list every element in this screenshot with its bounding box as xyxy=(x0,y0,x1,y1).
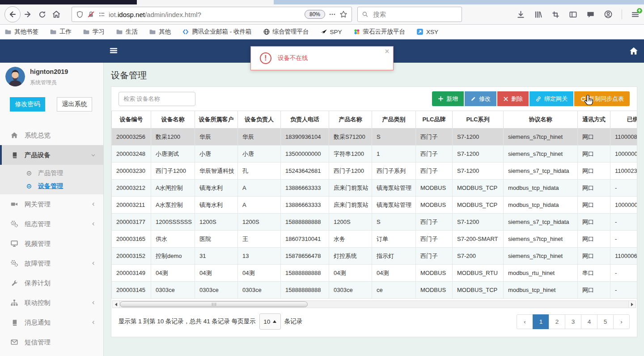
column-header[interactable]: 负责人电话 xyxy=(281,111,329,129)
sidebar-item-message-notification[interactable]: 消息通知 xyxy=(0,313,103,332)
next-page-button[interactable]: › xyxy=(613,314,630,329)
column-header[interactable]: 产品类别 xyxy=(372,111,416,129)
add-button[interactable]: 新增 xyxy=(432,91,464,106)
sidebar-item-fault-management[interactable]: 故障管理 xyxy=(0,253,103,273)
sidebar-collapse-button[interactable] xyxy=(109,46,118,55)
bookmark-folder-life[interactable]: 生活 xyxy=(116,28,138,36)
table-row[interactable]: 200003211A水泵控制镇海水利A13886663333庶来门前泵站镇海泵站… xyxy=(112,197,637,214)
bookmark-spy[interactable]: SPY xyxy=(320,28,342,35)
sidebar-item-linkage-control[interactable]: 联动控制 xyxy=(0,293,103,313)
bookmark-folder-study[interactable]: 学习 xyxy=(83,28,105,36)
table-row[interactable]: 200003212A水闸控制镇海水利A13886663333庶来门前泵站镇海泵站… xyxy=(112,180,637,197)
table-row[interactable]: 2000031450303ce0303ce0303ce1588888888803… xyxy=(112,282,637,299)
column-header[interactable]: 产品名称 xyxy=(329,111,372,129)
main-content: 设备管理 新增 修改 xyxy=(104,63,644,356)
url-bar[interactable]: iot.idosp.net/admin/index.html? 80% xyxy=(72,7,352,22)
bookmark-tencent-mail[interactable]: 腾讯企业邮箱 - 收件箱 xyxy=(182,28,252,36)
table-cell: 字符串1200 xyxy=(329,146,372,163)
sidebar-item-video-management[interactable]: 视频管理 xyxy=(0,234,103,253)
device-search-input[interactable] xyxy=(119,92,195,106)
table-cell: 31 xyxy=(195,248,238,265)
scroll-left-button[interactable] xyxy=(113,301,120,308)
chevron-down-icon xyxy=(90,152,96,158)
page-button[interactable]: 1 xyxy=(533,314,549,329)
browser-search-input[interactable] xyxy=(372,10,458,18)
menu-button[interactable] xyxy=(631,10,640,19)
scroll-right-button[interactable] xyxy=(628,301,636,308)
delete-button[interactable]: 删除 xyxy=(497,91,529,106)
page-button[interactable]: 5 xyxy=(597,314,614,329)
column-header[interactable]: 设备负责人 xyxy=(238,111,281,129)
logout-button[interactable]: 退出系统 xyxy=(57,97,92,112)
toolbar-right-icons xyxy=(517,9,640,19)
column-header[interactable]: 已绑定网关 xyxy=(610,111,637,129)
bind-gateway-button[interactable]: 绑定网关 xyxy=(530,91,573,106)
table-row[interactable]: 200003230西门子1200华辰智通科技孔15243642681西门子120… xyxy=(112,163,637,180)
column-header[interactable]: 通讯方式 xyxy=(578,111,610,129)
sidebar-item-product-management[interactable]: 产品管理 xyxy=(0,167,103,180)
horizontal-scrollbar[interactable] xyxy=(112,300,636,308)
table-row[interactable]: 20000314904测04测04测1588888888804测04测MODBU… xyxy=(112,265,637,282)
table-cell: - xyxy=(610,265,637,282)
table-row[interactable]: 200003256数采1200华辰华辰18390936104数采S71200S西… xyxy=(112,129,637,146)
permissions-icon xyxy=(98,11,105,18)
bookmark-ys-cloud[interactable]: 萤石云开放平台 xyxy=(353,28,406,36)
page-button[interactable]: 4 xyxy=(581,314,597,329)
sidebar-toggle-icon[interactable] xyxy=(569,10,577,19)
downloads-icon[interactable] xyxy=(517,10,525,19)
column-header[interactable]: 设备所属客户 xyxy=(195,111,238,129)
bookmark-folder-misc[interactable]: 其他 xyxy=(149,28,171,36)
account-icon[interactable] xyxy=(604,10,613,19)
table-cell: - xyxy=(610,231,637,248)
screenshot-icon[interactable] xyxy=(551,10,560,19)
column-header[interactable]: 设备名称 xyxy=(151,111,195,129)
bookmark-xsy[interactable]: XSY xyxy=(416,28,438,35)
messages-icon[interactable] xyxy=(586,10,595,19)
pencil-icon xyxy=(470,96,476,102)
alert-close-icon[interactable]: × xyxy=(385,48,389,55)
sidebar-item-configuration-management[interactable]: 组态管理 xyxy=(0,214,103,234)
change-password-button[interactable]: 修改密码 xyxy=(10,97,45,112)
table-cell: MODBUS xyxy=(416,265,453,282)
table-cell: 1100008 xyxy=(610,129,637,146)
page-button[interactable]: 2 xyxy=(549,314,565,329)
sidebar-item-sms-management[interactable]: 短信管理 xyxy=(0,332,103,352)
copy-sync-table-button[interactable]: 复制同步点表 xyxy=(574,91,630,106)
page-button[interactable]: 3 xyxy=(565,314,581,329)
zoom-indicator[interactable]: 80% xyxy=(305,10,325,19)
bookmark-mgmt-platform[interactable]: 综合管理平台 xyxy=(263,28,309,36)
bookmark-folder-other-bookmarks[interactable]: 其他书签 xyxy=(4,28,38,36)
back-button[interactable] xyxy=(4,6,21,22)
table-cell: S7-1200 xyxy=(453,146,504,163)
page-actions-icon[interactable] xyxy=(329,11,336,18)
active-tab[interactable] xyxy=(137,0,274,4)
sidebar-item-device-management[interactable]: 设备管理 xyxy=(0,180,103,193)
reload-button[interactable] xyxy=(35,7,49,21)
header-home-button[interactable] xyxy=(629,46,639,56)
library-icon[interactable] xyxy=(534,10,542,19)
edit-button[interactable]: 修改 xyxy=(465,91,496,106)
table-cell: 网口 xyxy=(578,231,610,248)
sidebar-item-product-device[interactable]: 产品设备 xyxy=(0,145,103,165)
forward-button[interactable] xyxy=(21,7,35,21)
table-row[interactable]: 200003152控制demo311315878656478灯控系统指示灯西门子… xyxy=(112,248,637,265)
sidebar-item-gateway-management[interactable]: 网关管理 xyxy=(0,194,103,214)
prev-page-button[interactable]: ‹ xyxy=(517,314,533,329)
sidebar-item-maintenance-plan[interactable]: 保养计划 xyxy=(0,273,103,293)
table-cell: 13886663333 xyxy=(281,180,329,197)
page-size-select[interactable]: 10 xyxy=(259,313,281,330)
column-header[interactable]: PLC品牌 xyxy=(416,111,453,129)
column-header[interactable]: 设备编号 xyxy=(112,111,151,129)
table-row[interactable]: 2000031771200SSSSSS1200S1200S15888888888… xyxy=(112,214,637,231)
sidebar-item-system-overview[interactable]: 系统总览 xyxy=(0,125,103,145)
table-cell: ce xyxy=(372,282,416,299)
column-header[interactable]: 协议名称 xyxy=(504,111,578,129)
column-header[interactable]: PLC系列 xyxy=(453,111,504,129)
bookmark-star-icon[interactable] xyxy=(339,10,347,18)
scrollbar-thumb[interactable] xyxy=(120,301,308,307)
browser-search-bar[interactable] xyxy=(357,7,462,22)
bookmark-folder-work[interactable]: 工作 xyxy=(50,28,72,36)
home-button[interactable] xyxy=(49,7,64,21)
table-row[interactable]: 200003165供水医院王18607310041水务订单西门子S7-200-S… xyxy=(112,231,637,248)
table-row[interactable]: 200003248小唐测试小唐小唐13500000000字符串12001西门子S… xyxy=(112,146,637,163)
